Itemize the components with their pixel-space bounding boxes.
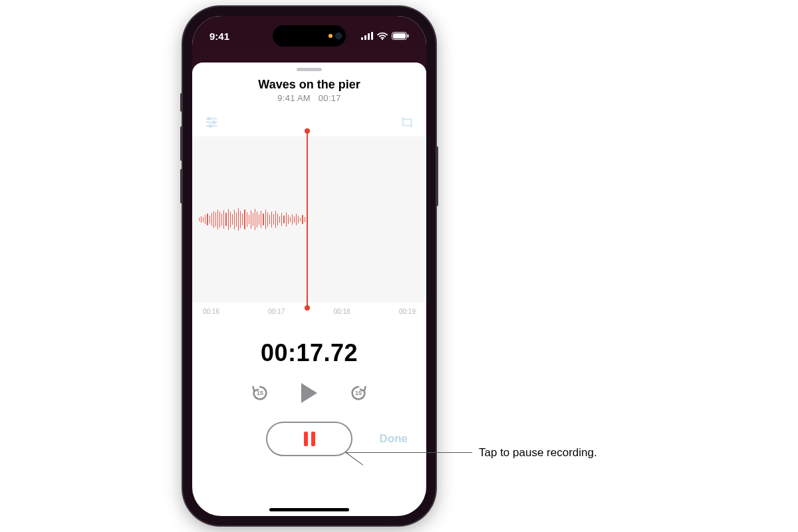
waveform-area[interactable]: [192, 136, 426, 303]
skip-seconds-label: 15: [257, 390, 263, 396]
trim-icon[interactable]: [400, 115, 414, 132]
dynamic-island: [273, 25, 346, 47]
done-button[interactable]: Done: [380, 432, 408, 446]
power-button: [436, 146, 438, 206]
recording-title[interactable]: Waves on the pier: [192, 78, 426, 92]
ruler-tick: 00:18: [334, 308, 350, 315]
status-icons: [361, 31, 409, 42]
ruler-tick: 00:17: [268, 308, 285, 315]
indicator-dot-icon: [329, 34, 332, 38]
svg-point-10: [209, 125, 211, 128]
svg-point-9: [213, 121, 215, 124]
home-indicator[interactable]: [269, 508, 349, 511]
screen: 9:41 Waves on the pier 9:41 A: [192, 16, 426, 516]
svg-rect-1: [364, 35, 366, 40]
svg-rect-7: [408, 34, 409, 37]
recording-sheet: Waves on the pier 9:41 AM 00:17 00:16: [192, 63, 426, 516]
svg-point-8: [208, 118, 211, 120]
playhead[interactable]: [307, 131, 308, 308]
skip-seconds-label: 15: [355, 390, 362, 396]
waveform: [199, 208, 305, 231]
mute-switch: [180, 93, 183, 112]
pause-recording-button[interactable]: [266, 422, 352, 456]
wifi-icon: [377, 31, 388, 42]
transport-controls: 15 15: [192, 383, 426, 403]
camera-lens-icon: [335, 33, 342, 39]
volume-up-button: [180, 126, 183, 161]
callout-leader-line: [346, 452, 472, 453]
svg-rect-6: [393, 33, 406, 39]
svg-point-4: [382, 38, 383, 39]
ruler-tick: 00:16: [203, 308, 219, 315]
pause-bar-icon: [311, 432, 315, 446]
callout-label: Tap to pause recording.: [479, 446, 597, 460]
play-button[interactable]: [301, 383, 317, 403]
elapsed-timer: 00:17.72: [192, 339, 426, 367]
iphone-frame: 9:41 Waves on the pier 9:41 A: [183, 7, 436, 525]
volume-down-button: [180, 169, 183, 203]
signal-icon: [361, 31, 373, 42]
settings-icon[interactable]: [204, 115, 219, 132]
svg-rect-3: [371, 32, 373, 40]
status-time: 9:41: [209, 31, 229, 42]
sheet-grabber[interactable]: [297, 68, 322, 71]
skip-forward-15-button[interactable]: 15: [349, 384, 368, 402]
pause-bar-icon: [304, 432, 308, 446]
recording-duration: 00:17: [319, 93, 341, 103]
skip-back-15-button[interactable]: 15: [251, 384, 269, 402]
bottom-row: Done: [192, 422, 426, 456]
battery-icon: [392, 31, 409, 42]
recording-time: 9:41 AM: [277, 93, 311, 103]
ruler-tick: 00:19: [399, 308, 416, 315]
recording-subtitle: 9:41 AM 00:17: [192, 93, 426, 103]
svg-rect-0: [361, 37, 363, 40]
svg-rect-2: [368, 33, 370, 40]
